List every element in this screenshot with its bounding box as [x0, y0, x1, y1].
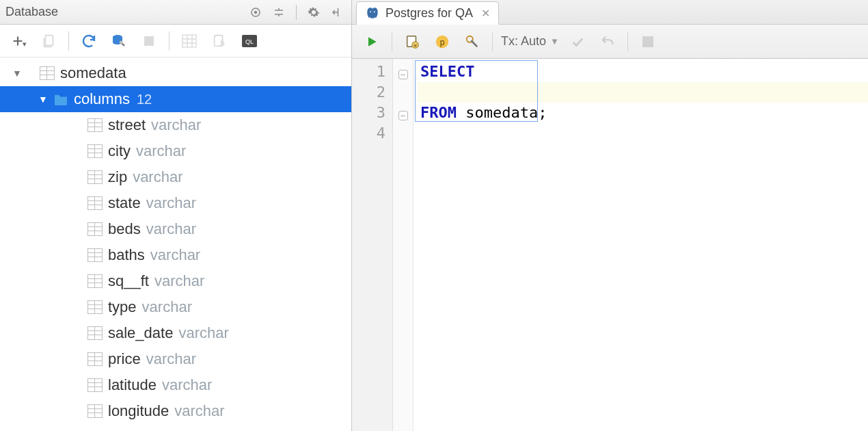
line-number: 4	[352, 123, 385, 144]
code-line[interactable]: FROM somedata;	[418, 103, 868, 123]
svg-rect-2	[45, 35, 53, 45]
expand-toggle[interactable]: ▼	[12, 68, 22, 79]
settings-wrench-icon[interactable]	[461, 30, 484, 53]
tree-column-row[interactable]: zip varchar	[0, 164, 351, 190]
table-name: somedata	[60, 64, 126, 82]
fold-gutter: – –	[393, 59, 413, 431]
tree-column-row[interactable]: street varchar	[0, 112, 351, 138]
group-label: columns	[74, 90, 130, 108]
fold-marker[interactable]: –	[398, 70, 408, 79]
tree-column-row[interactable]: beds varchar	[0, 216, 351, 242]
column-type: varchar	[178, 324, 228, 342]
svg-text:QL: QL	[245, 38, 254, 45]
code-area[interactable]: SELECT FROM somedata;	[413, 59, 868, 431]
svg-rect-17	[642, 36, 653, 47]
tree-column-row[interactable]: longitude varchar	[0, 398, 351, 424]
tx-mode-dropdown[interactable]: Tx: Auto ▼	[501, 34, 559, 49]
postgres-icon	[365, 6, 380, 21]
keyword-select: SELECT	[420, 63, 474, 80]
tree-column-row[interactable]: sq__ft varchar	[0, 268, 351, 294]
column-icon	[87, 352, 103, 366]
tree-table-row[interactable]: ▼ somedata	[0, 60, 351, 86]
run-button[interactable]	[360, 30, 383, 53]
editor-panel: Postgres for QA ✕ p Tx: Auto ▼	[352, 0, 868, 431]
tree-column-row[interactable]: state varchar	[0, 190, 351, 216]
line-number: 2	[352, 82, 385, 103]
tree-column-row[interactable]: latitude varchar	[0, 372, 351, 398]
stop-icon[interactable]	[137, 29, 161, 53]
column-type: varchar	[174, 402, 224, 420]
panel-title: Database	[5, 5, 247, 19]
collapse-icon[interactable]	[328, 3, 346, 21]
database-wrench-icon[interactable]	[107, 29, 131, 53]
column-icon	[87, 300, 103, 314]
column-icon	[87, 248, 103, 262]
refresh-icon[interactable]	[77, 29, 100, 53]
column-icon	[87, 378, 103, 392]
target-icon[interactable]	[247, 3, 265, 21]
column-name: city	[108, 142, 131, 160]
svg-text:p: p	[440, 37, 445, 47]
edit-source-icon[interactable]	[208, 29, 231, 53]
table-icon	[40, 66, 55, 80]
add-datasource-button[interactable]: ▾	[7, 29, 30, 53]
column-name: street	[108, 116, 146, 134]
tree-columns-group[interactable]: ▼ columns 12	[0, 86, 351, 112]
code-line[interactable]	[418, 82, 868, 103]
table-view-icon[interactable]	[178, 29, 201, 53]
folder-icon	[53, 93, 68, 105]
tab-postgres-qa[interactable]: Postgres for QA ✕	[356, 1, 499, 25]
column-icon	[87, 222, 103, 236]
column-name: longitude	[108, 402, 169, 420]
tree-column-row[interactable]: sale_date varchar	[0, 320, 351, 346]
column-name: sq__ft	[108, 272, 149, 290]
tree-column-row[interactable]: type varchar	[0, 294, 351, 320]
svg-point-13	[412, 42, 418, 48]
line-number: 1	[352, 62, 385, 82]
column-type: varchar	[151, 116, 201, 134]
p-icon[interactable]: p	[431, 30, 454, 53]
database-tree[interactable]: ▼ somedata ▼ columns 12 street varcharci…	[0, 57, 351, 431]
column-name: sale_date	[108, 324, 173, 342]
tree-column-row[interactable]: baths varchar	[0, 242, 351, 268]
column-type: varchar	[150, 246, 200, 264]
column-icon	[87, 118, 103, 132]
tree-column-row[interactable]: price varchar	[0, 346, 351, 372]
svg-rect-6	[182, 35, 196, 47]
column-icon	[87, 274, 103, 288]
panel-header: Database	[0, 0, 351, 25]
line-number: 3	[352, 103, 385, 123]
expand-toggle[interactable]: ▼	[38, 94, 48, 105]
column-type: varchar	[146, 220, 196, 238]
fold-marker[interactable]: –	[398, 111, 408, 120]
separator	[296, 5, 297, 20]
copy-icon[interactable]	[37, 29, 60, 53]
split-icon[interactable]	[270, 3, 288, 21]
svg-point-4	[120, 40, 123, 44]
column-type: varchar	[146, 350, 196, 368]
column-name: state	[108, 194, 141, 212]
sql-editor[interactable]: 1 2 3 4 – – SELECT FROM somedata;	[352, 59, 868, 431]
sql-console-icon[interactable]: QL	[238, 29, 261, 53]
column-type: varchar	[133, 168, 182, 186]
commit-icon[interactable]	[566, 30, 589, 53]
editor-toolbar: p Tx: Auto ▼	[352, 25, 868, 59]
line-number-gutter: 1 2 3 4	[352, 59, 393, 431]
svg-rect-5	[144, 36, 154, 46]
code-line[interactable]: SELECT	[418, 62, 868, 82]
gear-icon[interactable]	[305, 3, 323, 21]
column-type: varchar	[146, 194, 196, 212]
column-icon	[87, 326, 103, 340]
rollback-icon[interactable]	[596, 30, 619, 53]
column-name: latitude	[108, 376, 157, 394]
stop-query-icon[interactable]	[636, 30, 660, 53]
code-text: somedata;	[457, 104, 547, 121]
svg-point-10	[370, 11, 371, 12]
close-icon[interactable]: ✕	[481, 7, 490, 20]
column-icon	[87, 144, 103, 158]
column-type: varchar	[142, 298, 192, 316]
code-line[interactable]	[418, 123, 868, 144]
explain-plan-icon[interactable]	[401, 30, 424, 53]
tree-column-row[interactable]: city varchar	[0, 138, 351, 164]
column-icon	[87, 196, 103, 210]
